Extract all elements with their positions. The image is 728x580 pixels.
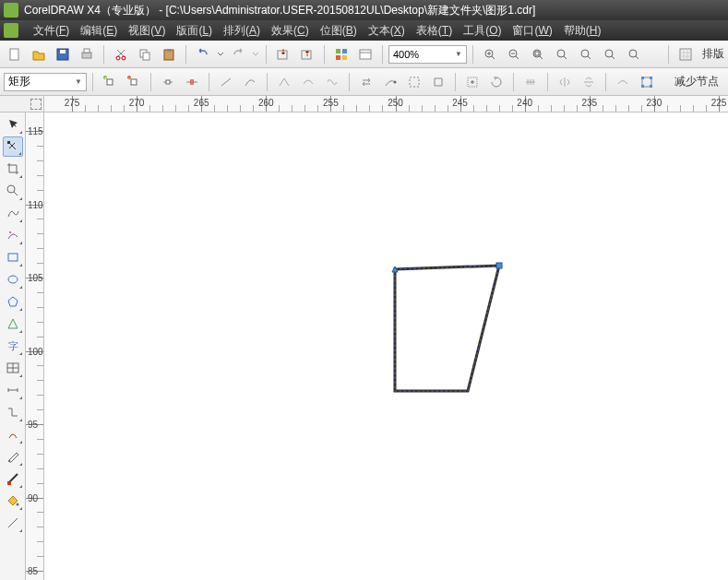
tool-polygon[interactable] xyxy=(3,291,23,312)
tool-text[interactable]: 字 xyxy=(3,336,23,356)
ruler-horizontal[interactable]: 275270265260255250245240235230225 xyxy=(44,96,728,112)
tool-shape[interactable] xyxy=(3,136,23,157)
svg-rect-8 xyxy=(143,53,149,60)
save-button[interactable] xyxy=(52,43,74,65)
tool-interactive[interactable] xyxy=(3,424,23,444)
tool-dropper[interactable] xyxy=(3,446,23,467)
svg-rect-15 xyxy=(336,55,340,60)
menu-v[interactable]: 视图(V) xyxy=(123,21,171,41)
zoom-selection-button[interactable] xyxy=(551,43,573,65)
node-top-right[interactable] xyxy=(496,263,502,268)
svg-point-20 xyxy=(533,50,541,57)
preset-shape-combo[interactable]: 矩形▼ xyxy=(4,73,87,91)
zoom-fit-button[interactable] xyxy=(527,43,549,65)
reflect-h-button[interactable] xyxy=(554,71,576,93)
cut-button[interactable] xyxy=(110,43,132,65)
tool-fill[interactable] xyxy=(3,491,23,511)
menu-h[interactable]: 帮助(H) xyxy=(558,21,607,41)
open-button[interactable] xyxy=(28,43,50,65)
menu-a[interactable]: 排列(A) xyxy=(218,21,266,41)
new-button[interactable] xyxy=(4,43,26,65)
menu-f[interactable]: 文件(F) xyxy=(28,21,75,41)
curve-button[interactable] xyxy=(239,71,261,93)
symmetric-node-button[interactable] xyxy=(321,71,343,93)
menu-t[interactable]: 表格(T) xyxy=(411,21,458,41)
rotate-nodes-button[interactable] xyxy=(485,71,507,93)
smooth-node-button[interactable] xyxy=(297,71,319,93)
redo-button[interactable] xyxy=(227,43,249,65)
elastic-mode-button[interactable] xyxy=(612,71,634,93)
reflect-v-button[interactable] xyxy=(578,71,600,93)
zoom-page-button[interactable] xyxy=(575,43,597,65)
svg-point-43 xyxy=(7,185,15,193)
export-button[interactable] xyxy=(296,43,318,65)
svg-point-25 xyxy=(629,50,637,57)
reverse-direction-button[interactable] xyxy=(355,71,377,93)
property-bar: 矩形▼ + - 减少节点 xyxy=(0,68,728,96)
tool-table[interactable] xyxy=(3,358,23,378)
ruler-vertical[interactable]: 115110105100959085 xyxy=(26,112,44,580)
select-all-nodes-button[interactable] xyxy=(636,71,658,93)
undo-button[interactable] xyxy=(192,43,214,65)
zoom-in-button[interactable] xyxy=(479,43,501,65)
polygon-icon xyxy=(6,294,20,309)
stretch-nodes-button[interactable] xyxy=(461,71,483,93)
zoom-width-button[interactable] xyxy=(599,43,621,65)
dropper-icon xyxy=(6,449,20,464)
delete-node-button[interactable]: - xyxy=(123,71,145,93)
svg-point-34 xyxy=(394,80,397,83)
app-launcher-button[interactable] xyxy=(330,43,352,65)
align-nodes-button[interactable] xyxy=(519,71,542,93)
freehand-icon xyxy=(6,206,20,220)
close-curve-button[interactable] xyxy=(427,71,449,93)
extend-curve-button[interactable] xyxy=(379,71,401,93)
cusp-node-button[interactable] xyxy=(273,71,295,93)
break-node-button[interactable] xyxy=(181,71,203,93)
tool-rectangle[interactable] xyxy=(3,247,23,267)
menu-w[interactable]: 窗口(W) xyxy=(507,21,557,41)
tool-interactive-fill[interactable] xyxy=(3,513,23,533)
zoom-icon xyxy=(6,183,20,198)
add-node-button[interactable]: + xyxy=(99,71,121,93)
svg-rect-26 xyxy=(680,49,691,60)
menu-o[interactable]: 工具(O) xyxy=(458,21,507,41)
extract-subpath-button[interactable] xyxy=(403,71,425,93)
ruler-corner[interactable] xyxy=(0,96,44,112)
svg-point-46 xyxy=(8,276,18,283)
tool-ellipse[interactable] xyxy=(3,269,23,290)
zoom-out-button[interactable] xyxy=(503,43,525,65)
menu-x[interactable]: 文本(X) xyxy=(363,21,411,41)
tool-smart[interactable] xyxy=(3,225,23,245)
tool-basic[interactable] xyxy=(3,314,23,334)
shape-trapezoid[interactable] xyxy=(395,266,499,391)
canvas[interactable] xyxy=(44,112,728,580)
tool-freehand[interactable] xyxy=(3,203,23,223)
tool-zoom[interactable] xyxy=(3,181,23,201)
svg-rect-14 xyxy=(342,49,347,53)
copy-button[interactable] xyxy=(134,43,156,65)
reduce-nodes-label[interactable]: 减少节点 xyxy=(674,74,724,89)
tool-pick[interactable] xyxy=(3,114,23,135)
snap-button[interactable] xyxy=(674,43,697,65)
tool-connector[interactable] xyxy=(3,402,23,422)
join-nodes-button[interactable] xyxy=(157,71,179,93)
svg-rect-27 xyxy=(107,79,113,85)
tool-outline[interactable] xyxy=(3,468,23,489)
paste-button[interactable] xyxy=(158,43,180,65)
menu-l[interactable]: 版面(L) xyxy=(171,21,218,41)
menu-c[interactable]: 效果(C) xyxy=(266,21,315,41)
tool-dimension[interactable] xyxy=(3,380,23,400)
menu-e[interactable]: 编辑(E) xyxy=(75,21,123,41)
menu-b[interactable]: 位图(B) xyxy=(315,21,363,41)
welcome-button[interactable] xyxy=(354,43,376,65)
redo-dropdown[interactable] xyxy=(251,43,260,65)
import-button[interactable] xyxy=(272,43,294,65)
tool-crop[interactable] xyxy=(3,159,23,179)
undo-dropdown[interactable] xyxy=(216,43,225,65)
line-button[interactable] xyxy=(215,71,237,93)
zoom-level-combo[interactable]: 400%▼ xyxy=(388,45,467,64)
svg-point-23 xyxy=(581,50,589,57)
print-button[interactable] xyxy=(76,43,98,65)
zoom-height-button[interactable] xyxy=(623,43,645,65)
drawing[interactable] xyxy=(44,112,728,580)
